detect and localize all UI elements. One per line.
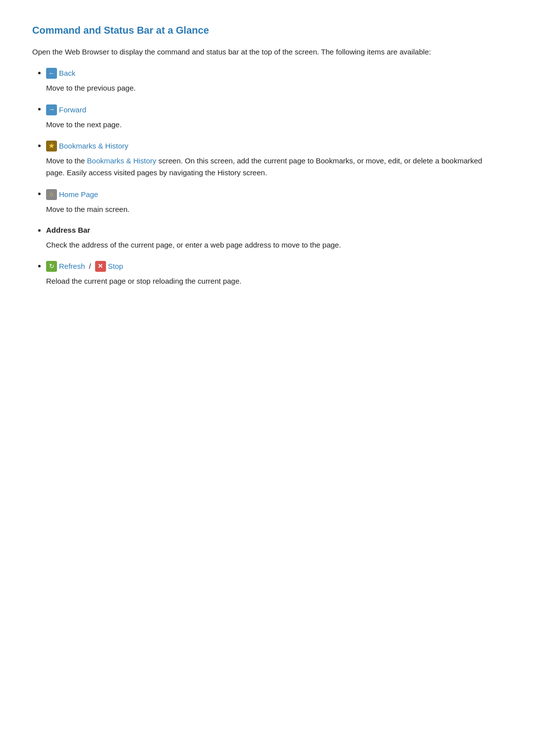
item-header-forward: → Forward (46, 104, 503, 116)
bookmarks-label: Bookmarks & History (59, 140, 128, 152)
items-list: ← Back Move to the previous page. → Forw… (32, 67, 503, 287)
stop-icon: ✕ (95, 261, 106, 272)
refresh-stop-description: Reload the current page or stop reloadin… (46, 275, 503, 287)
list-item-refresh-stop: ↻ Refresh / ✕ Stop Reload the current pa… (46, 260, 503, 287)
forward-label: Forward (59, 104, 86, 116)
bookmarks-desc-link: Bookmarks & History (87, 156, 157, 165)
home-icon: ⌂ (46, 189, 57, 200)
back-description: Move to the previous page. (46, 82, 503, 94)
item-header-addressbar: Address Bar (46, 224, 503, 236)
back-icon: ← (46, 68, 57, 79)
stop-label: Stop (108, 260, 123, 272)
refresh-label: Refresh (59, 260, 85, 272)
list-item-back: ← Back Move to the previous page. (46, 67, 503, 94)
refresh-icon: ↻ (46, 261, 57, 272)
homepage-description: Move to the main screen. (46, 203, 503, 215)
list-item-bookmarks: ★ Bookmarks & History Move to the Bookma… (46, 140, 503, 179)
homepage-label: Home Page (59, 189, 98, 201)
bookmarks-desc-prefix: Move to the (46, 156, 87, 165)
back-label: Back (59, 67, 75, 79)
page-title: Command and Status Bar at a Glance (32, 25, 503, 36)
list-item-forward: → Forward Move to the next page. (46, 103, 503, 130)
forward-icon: → (46, 104, 57, 115)
item-header-back: ← Back (46, 67, 503, 79)
addressbar-label: Address Bar (46, 224, 90, 236)
item-header-homepage: ⌂ Home Page (46, 189, 503, 201)
slash-separator: / (89, 260, 91, 272)
bookmarks-icon: ★ (46, 141, 57, 151)
bookmarks-description: Move to the Bookmarks & History screen. … (46, 155, 503, 179)
list-item-homepage: ⌂ Home Page Move to the main screen. (46, 188, 503, 215)
item-header-refresh-stop: ↻ Refresh / ✕ Stop (46, 260, 503, 272)
list-item-addressbar: Address Bar Check the address of the cur… (46, 224, 503, 251)
forward-description: Move to the next page. (46, 119, 503, 131)
intro-paragraph: Open the Web Browser to display the comm… (32, 46, 503, 58)
item-header-bookmarks: ★ Bookmarks & History (46, 140, 503, 152)
addressbar-description: Check the address of the current page, o… (46, 239, 503, 251)
